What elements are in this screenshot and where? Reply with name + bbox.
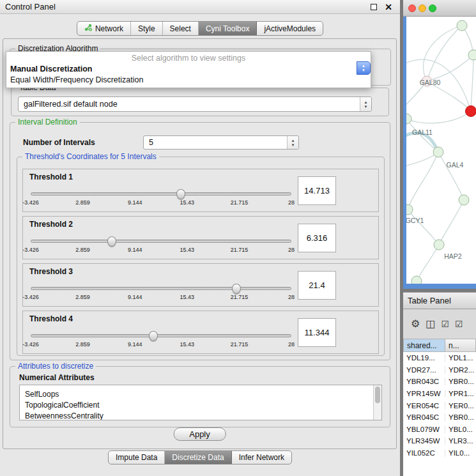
network-node[interactable] [411, 276, 422, 284]
numerical-attributes-list[interactable]: SelfLoopsTopologicalCoefficientBetweenne… [19, 385, 382, 420]
control-panel-titlebar: Control Panel ✕ [0, 0, 400, 14]
threshold-3-slider-thumb[interactable] [232, 284, 241, 294]
network-edge[interactable] [408, 210, 439, 245]
tick-label: -3.426 [22, 199, 39, 206]
table-row[interactable]: YLR345WYLR3... [403, 435, 476, 447]
network-node[interactable] [466, 106, 476, 117]
column-header-1[interactable]: shared... [403, 339, 445, 352]
threshold-1-slider-thumb[interactable] [176, 189, 185, 199]
tab-jactivemodules[interactable]: jActiveModules [257, 22, 323, 35]
interval-definition-group-title: Interval Definition [15, 118, 80, 127]
threshold-2-slider-track[interactable] [31, 240, 291, 243]
window-close-icon[interactable] [408, 4, 416, 12]
combo-spinner[interactable]: ▲ ▼ [360, 97, 371, 111]
threshold-3-box: Threshold 3-3.4262.8599.14415.4321.71528… [22, 263, 379, 307]
table-cell: YDR27... [403, 366, 445, 374]
tick-label: -3.426 [22, 294, 39, 300]
table-cell: YPR1... [445, 390, 476, 397]
tab-impute-data[interactable]: Impute Data [109, 451, 165, 464]
table-row[interactable]: YPR145WYPR1... [403, 388, 476, 400]
attributes-group-title: Attributes to discretize [15, 362, 96, 371]
gear-icon[interactable]: ⚙ [411, 319, 420, 329]
node-gcy1[interactable] [406, 204, 413, 215]
threshold-4-slider-track[interactable] [31, 334, 291, 337]
network-edge[interactable] [438, 152, 464, 200]
column-header-2[interactable]: n... [445, 339, 476, 352]
tab-network[interactable]: Network [77, 22, 131, 35]
table-row[interactable]: YDR27...YDR2... [403, 364, 476, 376]
threshold-2-value-field[interactable]: 6.316 [298, 224, 336, 252]
threshold-1-slider-track[interactable] [31, 192, 291, 196]
combo-spinner[interactable]: ▲ ▼ [287, 136, 298, 149]
table-row[interactable]: YBL079WYBL0... [403, 424, 476, 436]
threshold-2-slider-thumb[interactable] [107, 236, 116, 247]
network-node[interactable] [457, 20, 467, 31]
window-zoom-icon[interactable] [429, 4, 436, 12]
control-panel-tab-row: NetworkStyleSelectCyni ToolboxjActiveMod… [0, 21, 400, 36]
window-minimize-icon[interactable] [418, 4, 426, 12]
spinner-down-icon: ▼ [291, 143, 295, 147]
algorithm-combo-button[interactable]: ▲ ▼ [357, 61, 371, 75]
tab-style[interactable]: Style [131, 22, 163, 35]
tab-cyni-toolbox[interactable]: Cyni Toolbox [199, 22, 257, 35]
table-row[interactable]: YER054CYER0... [403, 399, 476, 411]
tab-discretize-data[interactable]: Discretize Data [165, 451, 231, 464]
attribute-item-betweennesscentrality[interactable]: BetweennessCentrality [25, 411, 381, 420]
threshold-3-slider-track[interactable] [31, 287, 291, 290]
tick-label: 28 [288, 341, 295, 348]
number-of-intervals-combo[interactable]: 5 ▲ ▼ [143, 135, 299, 150]
spinner-up-icon: ▲ [362, 64, 365, 68]
node-gal4[interactable] [433, 147, 443, 157]
tick-label: 15.43 [180, 199, 195, 206]
dropdown-option-equal-width-frequency-discretization[interactable]: Equal Width/Frequency Discretization [6, 75, 371, 86]
network-edge[interactable] [406, 111, 471, 123]
network-edge[interactable] [424, 26, 462, 81]
float-window-icon[interactable] [371, 4, 377, 10]
network-edge[interactable] [417, 245, 439, 281]
node-label-gal4: GAL4 [447, 161, 464, 169]
network-node[interactable] [468, 50, 476, 60]
desktop: { "icons": { "close_icon": "✕", "gear_ic… [0, 0, 476, 476]
table-row[interactable]: YIL052CYIL0... [403, 447, 476, 459]
table-row[interactable]: YBR045CYBR0... [403, 411, 476, 424]
scrollbar-thumb[interactable] [375, 387, 380, 403]
attribute-item-topologicalcoefficient[interactable]: TopologicalCoefficient [25, 400, 381, 411]
attribute-item-selfloops[interactable]: SelfLoops [25, 389, 381, 400]
network-node[interactable] [459, 195, 469, 205]
tab-infer-network[interactable]: Infer Network [232, 451, 291, 464]
node-hap2[interactable] [434, 240, 444, 250]
slider-tick-labels: -3.4262.8599.14415.4321.71528 [31, 199, 291, 207]
select-all-icon[interactable]: ☑ [441, 319, 449, 328]
tab-label: Cyni Toolbox [206, 24, 249, 33]
algorithm-dropdown-popup: Select algorithm to view settings Manual… [6, 51, 371, 88]
close-panel-icon[interactable]: ✕ [385, 0, 392, 14]
table-cell: YLR3... [445, 437, 476, 445]
threshold-4-slider-thumb[interactable] [149, 331, 158, 341]
network-edge[interactable] [439, 200, 464, 245]
node-label-gal80: GAL80 [420, 79, 441, 86]
threshold-3-value-field[interactable]: 21.4 [298, 271, 336, 300]
cyni-toolbox-panel: Discretization Algorithm Select algorith… [3, 38, 397, 449]
deselect-all-icon[interactable]: ☑ [455, 319, 463, 328]
tick-label: 21.715 [231, 247, 249, 253]
threshold-1-value-field[interactable]: 14.713 [298, 176, 336, 205]
table-rows: YDL19...YDL1...YDR27...YDR2...YBR043CYBR… [403, 352, 476, 459]
attributes-scrollbar[interactable] [373, 385, 381, 420]
table-cell: YBR0... [445, 413, 476, 421]
network-graph-canvas[interactable]: GAL80GAL11GAL4GCY1HAP2 [406, 17, 476, 284]
control-panel-title: Control Panel [5, 2, 56, 12]
tick-label: 28 [288, 199, 295, 206]
network-edge[interactable] [471, 55, 473, 111]
threshold-4-value-field[interactable]: 11.344 [298, 318, 336, 347]
tab-label: Impute Data [116, 453, 157, 462]
node-gal11[interactable] [406, 114, 411, 124]
table-row[interactable]: YDL19...YDL1... [403, 352, 476, 364]
network-edge[interactable] [427, 55, 473, 81]
tab-select[interactable]: Select [163, 22, 199, 35]
table-cell: YBL0... [445, 426, 476, 433]
dropdown-option-manual-discretization[interactable]: Manual Discretization [6, 64, 371, 75]
table-data-combo[interactable]: galFiltered.sif default node ▲ ▼ [18, 96, 372, 112]
apply-button[interactable]: Apply [173, 427, 226, 441]
columns-icon[interactable]: ◫ [426, 319, 435, 329]
table-row[interactable]: YBR043CYBR0... [403, 376, 476, 388]
